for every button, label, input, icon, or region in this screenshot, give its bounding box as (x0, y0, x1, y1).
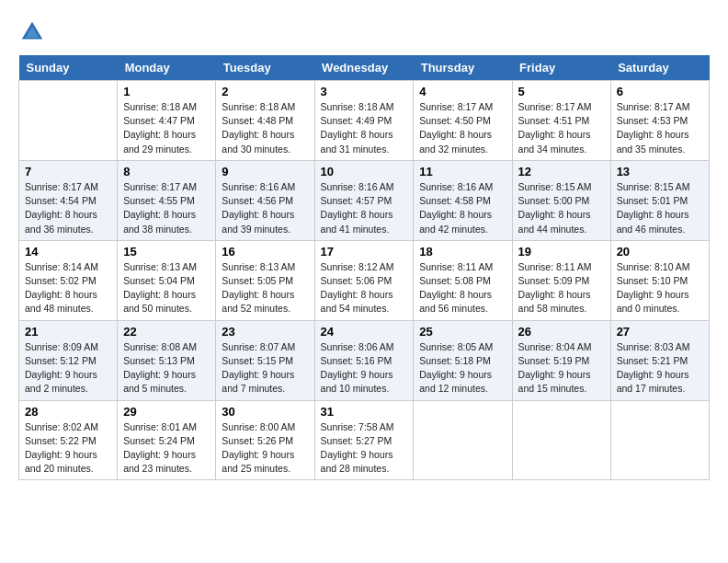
calendar-cell: 5Sunrise: 8:17 AMSunset: 4:51 PMDaylight… (512, 81, 610, 161)
day-number: 26 (518, 325, 605, 339)
calendar-cell: 16Sunrise: 8:13 AMSunset: 5:05 PMDayligh… (216, 240, 314, 320)
calendar-cell: 3Sunrise: 8:18 AMSunset: 4:49 PMDaylight… (314, 81, 414, 161)
day-number: 18 (419, 245, 506, 259)
day-number: 15 (123, 245, 210, 259)
calendar-cell: 23Sunrise: 8:07 AMSunset: 5:15 PMDayligh… (216, 320, 314, 400)
calendar-cell: 21Sunrise: 8:09 AMSunset: 5:12 PMDayligh… (19, 320, 118, 400)
weekday-header-cell: Sunday (19, 55, 118, 81)
day-info: Sunrise: 8:16 AMSunset: 4:57 PMDaylight:… (321, 181, 394, 235)
day-number: 25 (419, 325, 506, 339)
calendar-cell: 2Sunrise: 8:18 AMSunset: 4:48 PMDaylight… (216, 81, 314, 161)
calendar-cell: 19Sunrise: 8:11 AMSunset: 5:09 PMDayligh… (512, 240, 610, 320)
day-info: Sunrise: 8:16 AMSunset: 4:58 PMDaylight:… (419, 181, 493, 235)
page-header (18, 18, 710, 46)
day-number: 12 (518, 165, 605, 178)
day-number: 1 (123, 85, 210, 98)
calendar-cell: 26Sunrise: 8:04 AMSunset: 5:19 PMDayligh… (512, 320, 610, 400)
calendar-cell: 25Sunrise: 8:05 AMSunset: 5:18 PMDayligh… (414, 320, 512, 400)
day-number: 24 (321, 325, 408, 339)
day-number: 10 (321, 165, 408, 178)
day-info: Sunrise: 8:03 AMSunset: 5:21 PMDaylight:… (617, 341, 690, 395)
calendar-cell: 18Sunrise: 8:11 AMSunset: 5:08 PMDayligh… (414, 240, 512, 320)
day-number: 19 (518, 245, 605, 259)
day-info: Sunrise: 8:02 AMSunset: 5:22 PMDaylight:… (25, 421, 98, 475)
weekday-header-cell: Tuesday (216, 55, 314, 81)
day-number: 30 (222, 405, 308, 419)
day-info: Sunrise: 8:17 AMSunset: 4:50 PMDaylight:… (419, 101, 493, 155)
calendar-cell: 28Sunrise: 8:02 AMSunset: 5:22 PMDayligh… (19, 400, 118, 480)
calendar-cell: 14Sunrise: 8:14 AMSunset: 5:02 PMDayligh… (19, 240, 118, 320)
calendar-cell: 7Sunrise: 8:17 AMSunset: 4:54 PMDaylight… (19, 160, 118, 240)
calendar-cell: 8Sunrise: 8:17 AMSunset: 4:55 PMDaylight… (118, 160, 216, 240)
calendar-cell: 9Sunrise: 8:16 AMSunset: 4:56 PMDaylight… (216, 160, 314, 240)
calendar-cell: 11Sunrise: 8:16 AMSunset: 4:58 PMDayligh… (414, 160, 512, 240)
day-info: Sunrise: 8:17 AMSunset: 4:54 PMDaylight:… (25, 181, 98, 235)
day-info: Sunrise: 8:13 AMSunset: 5:05 PMDaylight:… (222, 261, 295, 315)
calendar-cell: 27Sunrise: 8:03 AMSunset: 5:21 PMDayligh… (610, 320, 709, 400)
day-info: Sunrise: 8:17 AMSunset: 4:55 PMDaylight:… (123, 181, 197, 235)
calendar-week-row: 1Sunrise: 8:18 AMSunset: 4:47 PMDaylight… (19, 81, 710, 161)
calendar-cell: 10Sunrise: 8:16 AMSunset: 4:57 PMDayligh… (314, 160, 414, 240)
calendar-cell: 15Sunrise: 8:13 AMSunset: 5:04 PMDayligh… (118, 240, 216, 320)
day-info: Sunrise: 8:10 AMSunset: 5:10 PMDaylight:… (617, 261, 690, 315)
day-info: Sunrise: 8:18 AMSunset: 4:48 PMDaylight:… (222, 101, 295, 155)
weekday-header-cell: Saturday (610, 55, 709, 81)
calendar-cell: 17Sunrise: 8:12 AMSunset: 5:06 PMDayligh… (314, 240, 414, 320)
day-number: 22 (123, 325, 210, 339)
day-number: 16 (222, 245, 308, 259)
day-number: 27 (617, 325, 703, 339)
day-number: 6 (617, 85, 703, 98)
day-info: Sunrise: 8:18 AMSunset: 4:49 PMDaylight:… (321, 101, 394, 155)
day-info: Sunrise: 8:18 AMSunset: 4:47 PMDaylight:… (123, 101, 197, 155)
day-info: Sunrise: 8:00 AMSunset: 5:26 PMDaylight:… (222, 421, 295, 475)
day-number: 31 (321, 405, 408, 419)
day-number: 3 (321, 85, 408, 98)
weekday-header-cell: Monday (118, 55, 216, 81)
calendar-body: 1Sunrise: 8:18 AMSunset: 4:47 PMDaylight… (19, 81, 710, 480)
calendar-cell: 13Sunrise: 8:15 AMSunset: 5:01 PMDayligh… (610, 160, 709, 240)
calendar-cell: 22Sunrise: 8:08 AMSunset: 5:13 PMDayligh… (118, 320, 216, 400)
day-info: Sunrise: 8:11 AMSunset: 5:08 PMDaylight:… (419, 261, 493, 315)
day-number: 8 (123, 165, 210, 178)
day-info: Sunrise: 8:01 AMSunset: 5:24 PMDaylight:… (123, 421, 197, 475)
day-number: 29 (123, 405, 210, 419)
day-info: Sunrise: 8:08 AMSunset: 5:13 PMDaylight:… (123, 341, 197, 395)
logo-icon (18, 18, 46, 46)
day-number: 2 (222, 85, 308, 98)
calendar-cell: 12Sunrise: 8:15 AMSunset: 5:00 PMDayligh… (512, 160, 610, 240)
day-info: Sunrise: 8:14 AMSunset: 5:02 PMDaylight:… (25, 261, 98, 315)
day-info: Sunrise: 8:17 AMSunset: 4:51 PMDaylight:… (518, 101, 592, 155)
calendar-cell: 29Sunrise: 8:01 AMSunset: 5:24 PMDayligh… (118, 400, 216, 480)
calendar-cell: 30Sunrise: 8:00 AMSunset: 5:26 PMDayligh… (216, 400, 314, 480)
calendar-cell (414, 400, 512, 480)
day-number: 17 (321, 245, 408, 259)
day-number: 20 (617, 245, 703, 259)
calendar-week-row: 28Sunrise: 8:02 AMSunset: 5:22 PMDayligh… (19, 400, 710, 480)
calendar-week-row: 21Sunrise: 8:09 AMSunset: 5:12 PMDayligh… (19, 320, 710, 400)
day-number: 11 (419, 165, 506, 178)
day-info: Sunrise: 7:58 AMSunset: 5:27 PMDaylight:… (321, 421, 394, 475)
calendar-table: SundayMondayTuesdayWednesdayThursdayFrid… (18, 55, 710, 480)
calendar-cell: 31Sunrise: 7:58 AMSunset: 5:27 PMDayligh… (314, 400, 414, 480)
calendar-week-row: 14Sunrise: 8:14 AMSunset: 5:02 PMDayligh… (19, 240, 710, 320)
day-info: Sunrise: 8:07 AMSunset: 5:15 PMDaylight:… (222, 341, 295, 395)
calendar-cell (610, 400, 709, 480)
day-info: Sunrise: 8:12 AMSunset: 5:06 PMDaylight:… (321, 261, 394, 315)
day-number: 9 (222, 165, 308, 178)
day-info: Sunrise: 8:13 AMSunset: 5:04 PMDaylight:… (123, 261, 197, 315)
weekday-header-cell: Friday (512, 55, 610, 81)
day-number: 4 (419, 85, 506, 98)
day-number: 5 (518, 85, 605, 98)
day-info: Sunrise: 8:04 AMSunset: 5:19 PMDaylight:… (518, 341, 592, 395)
day-number: 21 (25, 325, 111, 339)
calendar-cell: 1Sunrise: 8:18 AMSunset: 4:47 PMDaylight… (118, 81, 216, 161)
calendar-cell: 20Sunrise: 8:10 AMSunset: 5:10 PMDayligh… (610, 240, 709, 320)
day-number: 13 (617, 165, 703, 178)
day-info: Sunrise: 8:15 AMSunset: 5:00 PMDaylight:… (518, 181, 592, 235)
calendar-cell: 24Sunrise: 8:06 AMSunset: 5:16 PMDayligh… (314, 320, 414, 400)
day-info: Sunrise: 8:06 AMSunset: 5:16 PMDaylight:… (321, 341, 394, 395)
calendar-cell (512, 400, 610, 480)
calendar-cell: 6Sunrise: 8:17 AMSunset: 4:53 PMDaylight… (610, 81, 709, 161)
day-info: Sunrise: 8:11 AMSunset: 5:09 PMDaylight:… (518, 261, 592, 315)
day-info: Sunrise: 8:09 AMSunset: 5:12 PMDaylight:… (25, 341, 98, 395)
